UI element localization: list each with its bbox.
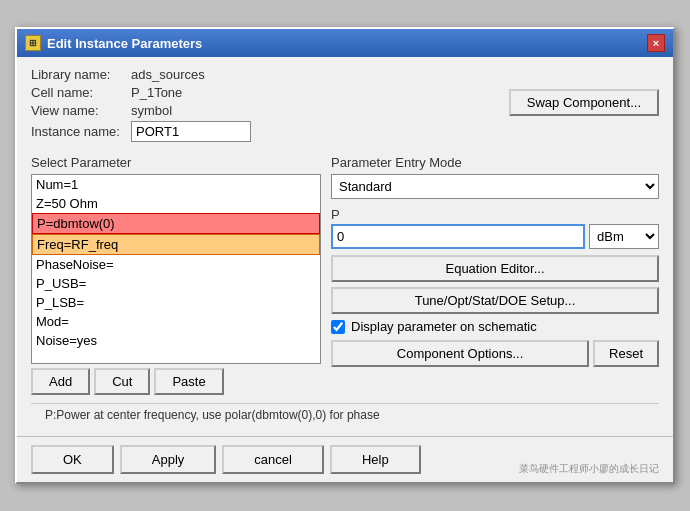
entry-mode-select[interactable]: Standard Advanced bbox=[331, 174, 659, 199]
view-value: symbol bbox=[131, 103, 172, 118]
select-parameter-label: Select Parameter bbox=[31, 155, 321, 170]
equation-editor-button[interactable]: Equation Editor... bbox=[331, 255, 659, 282]
library-label: Library name: bbox=[31, 67, 131, 82]
dialog-body: Library name: ads_sources Cell name: P_1… bbox=[17, 57, 673, 436]
list-item[interactable]: PhaseNoise= bbox=[32, 255, 320, 274]
help-button[interactable]: Help bbox=[330, 445, 421, 474]
library-value: ads_sources bbox=[131, 67, 205, 82]
param-name-display: P bbox=[331, 207, 659, 222]
list-item[interactable]: Freq=RF_freq bbox=[32, 234, 320, 255]
instance-row: Instance name: bbox=[31, 121, 251, 142]
info-block: Library name: ads_sources Cell name: P_1… bbox=[31, 67, 251, 145]
list-item[interactable]: Num=1 bbox=[32, 175, 320, 194]
display-param-label: Display parameter on schematic bbox=[351, 319, 537, 334]
main-section: Select Parameter Num=1Z=50 OhmP=dbmtow(0… bbox=[31, 155, 659, 395]
instance-name-input[interactable] bbox=[131, 121, 251, 142]
unit-select[interactable]: dBm W mW bbox=[589, 224, 659, 249]
status-text: P:Power at center frequency, use polar(d… bbox=[45, 408, 380, 422]
display-param-row: Display parameter on schematic bbox=[331, 319, 659, 334]
cell-row: Cell name: P_1Tone bbox=[31, 85, 251, 100]
footer-bar: OK Apply cancel Help 菜鸟硬件工程师小廖的成长日记 bbox=[17, 436, 673, 482]
list-item[interactable]: P=dbmtow(0) bbox=[32, 213, 320, 234]
close-button[interactable]: × bbox=[647, 34, 665, 52]
swap-component-button[interactable]: Swap Component... bbox=[509, 89, 659, 116]
parameter-list: Num=1Z=50 OhmP=dbmtow(0)Freq=RF_freqPhas… bbox=[32, 175, 320, 350]
component-options-button[interactable]: Component Options... bbox=[331, 340, 589, 367]
entry-mode-label: Parameter Entry Mode bbox=[331, 155, 659, 170]
cell-value: P_1Tone bbox=[131, 85, 182, 100]
display-param-checkbox[interactable] bbox=[331, 320, 345, 334]
watermark: 菜鸟硬件工程师小廖的成长日记 bbox=[519, 462, 659, 476]
cut-button[interactable]: Cut bbox=[94, 368, 150, 395]
parameter-list-container[interactable]: Num=1Z=50 OhmP=dbmtow(0)Freq=RF_freqPhas… bbox=[31, 174, 321, 364]
cell-label: Cell name: bbox=[31, 85, 131, 100]
cancel-button[interactable]: cancel bbox=[222, 445, 324, 474]
list-item[interactable]: Noise=yes bbox=[32, 331, 320, 350]
right-panel: Parameter Entry Mode Standard Advanced P… bbox=[331, 155, 659, 395]
view-row: View name: symbol bbox=[31, 103, 251, 118]
reset-button[interactable]: Reset bbox=[593, 340, 659, 367]
list-buttons: Add Cut Paste bbox=[31, 368, 321, 395]
list-item[interactable]: Z=50 Ohm bbox=[32, 194, 320, 213]
list-item[interactable]: P_LSB= bbox=[32, 293, 320, 312]
title-bar: ⊞ Edit Instance Parameters × bbox=[17, 29, 673, 57]
view-label: View name: bbox=[31, 103, 131, 118]
add-button[interactable]: Add bbox=[31, 368, 90, 395]
list-item[interactable]: P_USB= bbox=[32, 274, 320, 293]
dialog-icon: ⊞ bbox=[25, 35, 41, 51]
ok-button[interactable]: OK bbox=[31, 445, 114, 474]
dialog-title: Edit Instance Parameters bbox=[47, 36, 202, 51]
tune-setup-button[interactable]: Tune/Opt/Stat/DOE Setup... bbox=[331, 287, 659, 314]
left-panel: Select Parameter Num=1Z=50 OhmP=dbmtow(0… bbox=[31, 155, 321, 395]
paste-button[interactable]: Paste bbox=[154, 368, 223, 395]
top-area: Library name: ads_sources Cell name: P_1… bbox=[31, 67, 659, 145]
library-row: Library name: ads_sources bbox=[31, 67, 251, 82]
component-reset-row: Component Options... Reset bbox=[331, 340, 659, 367]
title-bar-left: ⊞ Edit Instance Parameters bbox=[25, 35, 202, 51]
list-item[interactable]: Mod= bbox=[32, 312, 320, 331]
status-bar: P:Power at center frequency, use polar(d… bbox=[31, 403, 659, 426]
parameter-entry-mode: Parameter Entry Mode Standard Advanced bbox=[331, 155, 659, 199]
instance-label: Instance name: bbox=[31, 124, 131, 139]
param-value-input[interactable] bbox=[331, 224, 585, 249]
edit-instance-dialog: ⊞ Edit Instance Parameters × Library nam… bbox=[15, 27, 675, 484]
apply-button[interactable]: Apply bbox=[120, 445, 217, 474]
param-value-row: dBm W mW bbox=[331, 224, 659, 249]
